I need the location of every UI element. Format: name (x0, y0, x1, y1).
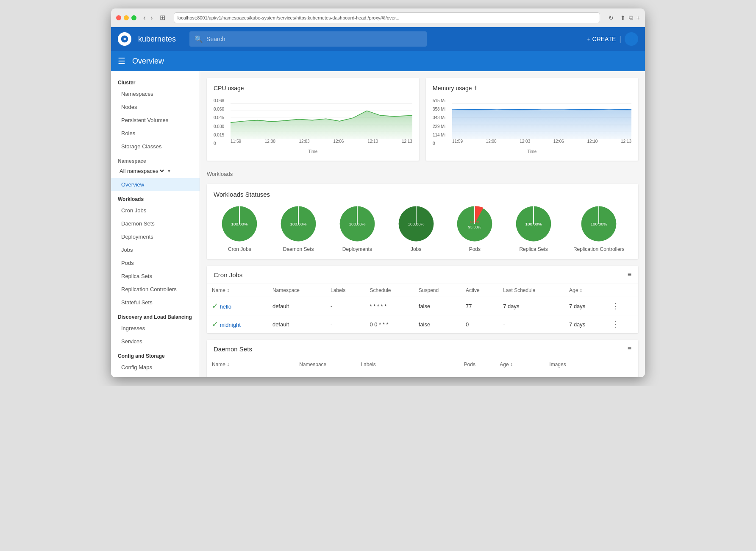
refresh-button[interactable]: ↻ (609, 14, 614, 21)
col-name[interactable]: Name ↕ (207, 284, 267, 297)
forward-button[interactable]: › (149, 13, 154, 22)
svg-text:100.00%: 100.00% (591, 222, 607, 226)
back-button[interactable]: ‹ (142, 13, 147, 22)
col-actions (605, 284, 638, 297)
main: Cluster Namespaces Nodes Persistent Volu… (111, 71, 645, 377)
user-avatar[interactable]: 👤 (625, 32, 638, 46)
svg-text:100.00%: 100.00% (231, 222, 248, 226)
action-menu-icon[interactable]: ⋮ (603, 376, 614, 377)
pie-pods: 6.67% 93.33% Pods (456, 205, 494, 252)
sidebar-item-cron-jobs[interactable]: Cron Jobs (111, 204, 200, 217)
menu-icon[interactable]: ☰ (118, 56, 125, 66)
memory-x-axis-label: Time (433, 149, 631, 154)
window-actions: ⬆ ⧉ + (620, 14, 640, 21)
nav-title: Overview (132, 57, 164, 66)
namespace-select[interactable]: All namespaces (118, 167, 165, 175)
row-suspend: false (414, 297, 461, 315)
list-icon[interactable]: ≡ (594, 377, 598, 377)
tab-grid-button[interactable]: ⊞ (160, 14, 165, 22)
app: ⎈ kubernetes 🔍 + CREATE | 👤 ☰ Overview C… (111, 27, 645, 377)
svg-text:93.33%: 93.33% (468, 225, 481, 229)
sidebar-item-ingresses[interactable]: Ingresses (111, 322, 200, 335)
pie-replication-controllers: 100.00% Replication Controllers (573, 205, 625, 252)
sidebar-item-config-maps[interactable]: Config Maps (111, 361, 200, 374)
cluster-section-label: Cluster (111, 75, 200, 87)
close-button[interactable] (116, 15, 121, 20)
col-age[interactable]: Age ↕ (564, 284, 605, 297)
discovery-section-label: Discovery and Load Balancing (111, 309, 200, 322)
cpu-chart-area: 0.068 0.060 0.045 0.030 0.015 0 (214, 97, 412, 147)
sidebar-item-daemon-sets[interactable]: Daemon Sets (111, 217, 200, 230)
col-labels: Labels (356, 358, 459, 371)
table-row: ✓ nginx-daemon default name: nginx-daemo… (207, 371, 638, 378)
cron-jobs-title: Cron Jobs (214, 271, 242, 278)
label-chip: name: nginx-daemon (361, 377, 413, 377)
divider: | (619, 35, 621, 44)
daemon-sets-section: Daemon Sets ≡ Name ↕ Namespace Labels Po… (207, 340, 638, 377)
cron-jobs-filter-icon[interactable]: ≡ (628, 271, 631, 278)
namespace-section-label: Namespace (111, 155, 200, 166)
sidebar-item-replication-controllers[interactable]: Replication Controllers (111, 283, 200, 296)
share-button[interactable]: ⬆ (620, 14, 625, 21)
daemon-sets-label: Daemon Sets (283, 246, 314, 252)
jobs-pie[interactable]: 100.00% (397, 205, 435, 243)
sidebar-item-overview[interactable]: Overview (111, 178, 200, 191)
cpu-chart-card: CPU usage 0.068 0.060 0.045 0.030 0.015 … (207, 78, 419, 161)
minimize-button[interactable] (124, 15, 129, 20)
sidebar-item-persistent-volumes[interactable]: Persistent Volumes (111, 114, 200, 127)
sidebar-item-roles[interactable]: Roles (111, 127, 200, 140)
pie-jobs: 100.00% Jobs (397, 205, 435, 252)
sidebar-item-jobs[interactable]: Jobs (111, 243, 200, 256)
sidebar-item-pvc[interactable]: Persistent Volume Claims (111, 374, 200, 377)
deployments-pie[interactable]: 100.00% (338, 205, 376, 243)
secondary-bar: ☰ Overview (111, 51, 645, 71)
status-check-icon: ✓ (212, 302, 218, 310)
col-age[interactable]: Age ↕ (495, 358, 544, 371)
nav-buttons: ‹ › (142, 13, 155, 22)
row-action: ⋮ (605, 315, 638, 334)
row-age: 7 days (564, 297, 605, 315)
app-name: kubernetes (138, 35, 176, 44)
maximize-button[interactable] (131, 15, 136, 20)
sidebar-item-pods[interactable]: Pods (111, 256, 200, 270)
action-menu-icon[interactable]: ⋮ (610, 302, 621, 310)
content-inner: CPU usage 0.068 0.060 0.045 0.030 0.015 … (200, 71, 645, 377)
col-name[interactable]: Name ↕ (207, 358, 294, 371)
sidebar-item-namespaces[interactable]: Namespaces (111, 87, 200, 100)
sidebar-item-stateful-sets[interactable]: Stateful Sets (111, 296, 200, 309)
cron-job-link-midnight[interactable]: midnight (220, 322, 241, 328)
svg-text:6.67%: 6.67% (470, 220, 480, 224)
pie-cron-jobs: 100.00% Cron Jobs (220, 205, 258, 252)
statuses-title: Workloads Statuses (214, 191, 631, 198)
cron-jobs-table: Name ↕ Namespace Labels Schedule Suspend… (207, 284, 638, 333)
sidebar-item-deployments[interactable]: Deployments (111, 230, 200, 243)
daemon-sets-filter-icon[interactable]: ≡ (628, 345, 631, 353)
col-images: Images (544, 358, 589, 371)
sidebar-item-storage-classes[interactable]: Storage Classes (111, 140, 200, 153)
cron-job-link-hello[interactable]: hello (220, 303, 231, 310)
sidebar-item-nodes[interactable]: Nodes (111, 100, 200, 114)
cpu-x-axis-label: Time (214, 149, 412, 154)
new-tab-button[interactable]: + (636, 14, 640, 21)
row-action: ⋮ (605, 297, 638, 315)
sidebar-item-replica-sets[interactable]: Replica Sets (111, 270, 200, 283)
tab-button[interactable]: ⧉ (629, 14, 633, 21)
memory-chart-title: Memory usage ℹ (433, 85, 631, 92)
jobs-label: Jobs (411, 246, 421, 252)
pods-pie[interactable]: 6.67% 93.33% (456, 205, 494, 243)
daemon-sets-pie[interactable]: 100.00% (279, 205, 317, 243)
row-namespace: default (294, 371, 356, 378)
search-input[interactable] (206, 36, 422, 42)
search-bar[interactable]: 🔍 (189, 31, 427, 47)
cron-jobs-pie[interactable]: 100.00% (220, 205, 258, 243)
action-menu-icon[interactable]: ⋮ (610, 320, 621, 328)
replication-controllers-pie[interactable]: 100.00% (580, 205, 618, 243)
replica-sets-pie[interactable]: 100.00% (514, 205, 553, 243)
svg-text:⎈: ⎈ (123, 36, 126, 41)
sidebar-item-services[interactable]: Services (111, 335, 200, 348)
row-pods: 1 / 1 (459, 371, 495, 378)
svg-text:100.00%: 100.00% (525, 222, 542, 226)
namespace-row: All namespaces ▼ (111, 166, 200, 178)
create-button[interactable]: + CREATE (587, 36, 616, 42)
top-right: + CREATE | 👤 (587, 32, 639, 46)
